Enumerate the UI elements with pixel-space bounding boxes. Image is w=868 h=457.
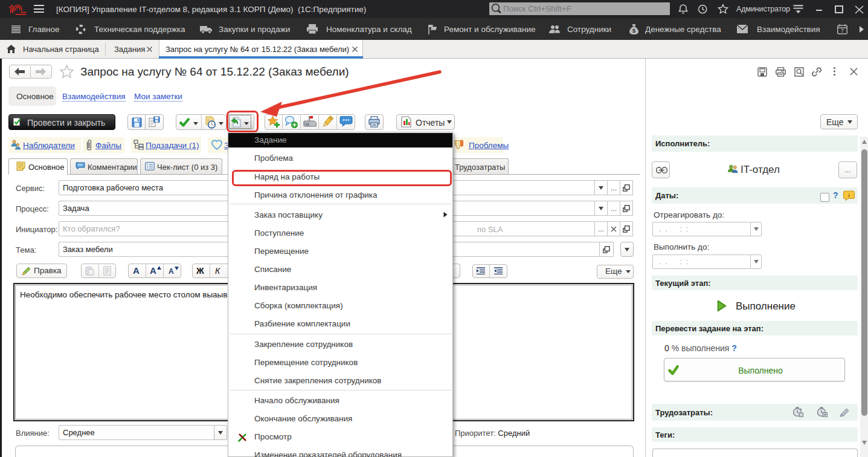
svg-text:7: 7 [841,28,844,34]
svg-text:$: $ [632,28,635,34]
